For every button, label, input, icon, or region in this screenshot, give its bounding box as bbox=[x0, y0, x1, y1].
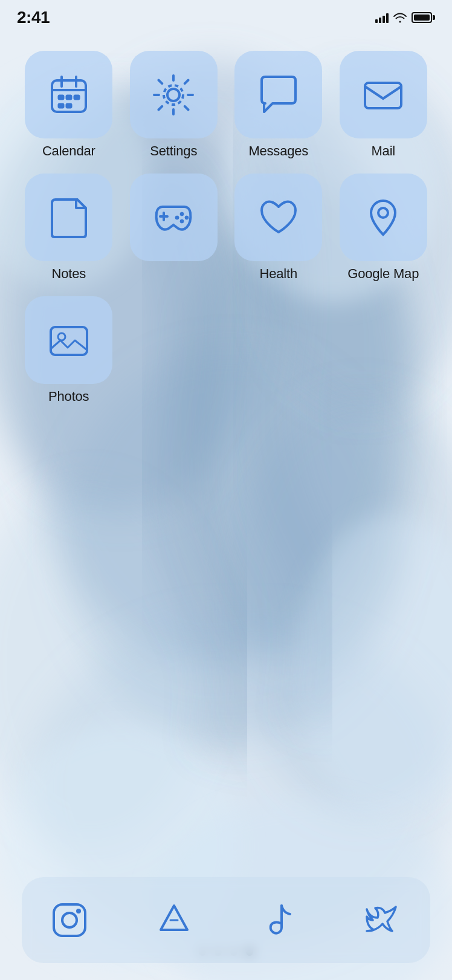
dock bbox=[22, 877, 430, 963]
calendar-icon-bg bbox=[25, 51, 112, 138]
svg-point-31 bbox=[175, 216, 179, 219]
dock-tiktok[interactable] bbox=[245, 887, 311, 953]
dock-instagram[interactable] bbox=[36, 887, 103, 953]
app-settings[interactable]: Settings bbox=[127, 51, 221, 159]
app-grid: Calendar Settings Messages bbox=[0, 33, 452, 404]
photos-icon-bg bbox=[25, 296, 112, 384]
gaming-icon bbox=[152, 196, 195, 239]
twitter-icon bbox=[363, 901, 402, 939]
app-photos[interactable]: Photos bbox=[22, 296, 116, 404]
notes-icon-bg bbox=[25, 174, 112, 261]
svg-rect-25 bbox=[365, 83, 401, 108]
settings-icon-bg bbox=[130, 51, 218, 138]
messages-icon-bg bbox=[234, 51, 322, 138]
svg-rect-21 bbox=[58, 103, 64, 108]
settings-label: Settings bbox=[150, 143, 197, 159]
signal-icon bbox=[375, 12, 389, 23]
messages-icon bbox=[257, 73, 300, 117]
app-messages[interactable]: Messages bbox=[231, 51, 326, 159]
svg-point-30 bbox=[180, 219, 184, 223]
googlemap-label: Google Map bbox=[347, 266, 419, 282]
messages-label: Messages bbox=[248, 143, 308, 159]
notes-label: Notes bbox=[52, 266, 86, 282]
svg-rect-18 bbox=[58, 95, 64, 100]
mail-label: Mail bbox=[371, 143, 395, 159]
svg-rect-33 bbox=[51, 327, 87, 355]
status-time: 2:41 bbox=[17, 8, 50, 27]
svg-rect-35 bbox=[54, 904, 85, 936]
app-mail[interactable]: Mail bbox=[337, 51, 431, 159]
health-icon-bg bbox=[234, 174, 322, 261]
gaming-icon-bg bbox=[130, 174, 218, 261]
health-label: Health bbox=[260, 266, 297, 282]
settings-icon bbox=[152, 73, 195, 117]
svg-point-23 bbox=[167, 89, 179, 101]
mail-icon-bg bbox=[340, 51, 427, 138]
app-googlemap[interactable]: Google Map bbox=[337, 174, 431, 282]
mail-icon bbox=[361, 73, 405, 117]
app-health[interactable]: Health bbox=[231, 174, 326, 282]
app-calendar[interactable]: Calendar bbox=[22, 51, 116, 159]
svg-point-37 bbox=[76, 909, 81, 913]
wifi-icon bbox=[393, 12, 407, 23]
dock-appstore[interactable] bbox=[141, 887, 207, 953]
dock-twitter[interactable] bbox=[349, 887, 416, 953]
tiktok-icon bbox=[259, 901, 297, 939]
appstore-icon bbox=[155, 901, 193, 939]
photos-label: Photos bbox=[48, 389, 89, 404]
svg-point-28 bbox=[180, 212, 184, 216]
svg-point-36 bbox=[62, 913, 77, 927]
calendar-label: Calendar bbox=[42, 143, 95, 159]
svg-rect-20 bbox=[74, 95, 80, 100]
instagram-icon bbox=[50, 901, 89, 939]
status-bar: 2:41 bbox=[0, 0, 452, 33]
status-icons bbox=[375, 12, 435, 23]
battery-icon bbox=[412, 12, 435, 23]
app-gaming[interactable] bbox=[127, 174, 221, 282]
health-icon bbox=[257, 196, 300, 239]
svg-point-32 bbox=[378, 208, 388, 218]
svg-point-34 bbox=[58, 333, 65, 340]
calendar-icon bbox=[47, 73, 91, 117]
map-icon bbox=[361, 196, 405, 239]
svg-rect-19 bbox=[66, 95, 72, 100]
photos-icon bbox=[47, 319, 91, 362]
map-icon-bg bbox=[340, 174, 427, 261]
notes-icon bbox=[47, 196, 91, 239]
svg-point-29 bbox=[185, 216, 189, 219]
svg-rect-22 bbox=[66, 103, 72, 108]
app-notes[interactable]: Notes bbox=[22, 174, 116, 282]
